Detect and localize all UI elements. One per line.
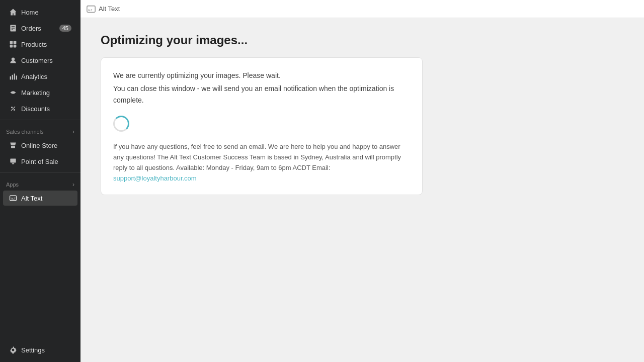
sidebar-item-pos-label: Point of Sale [21,158,71,165]
svg-rect-12 [16,75,17,79]
sidebar-spacer [0,206,80,342]
sidebar: Home Orders 45 Products Customers Analyt… [0,0,80,362]
svg-rect-10 [12,75,13,80]
sidebar-item-products-label: Products [21,41,71,48]
svg-rect-17 [10,158,16,162]
svg-rect-7 [14,45,17,48]
pos-icon [9,157,17,165]
svg-rect-16 [11,146,15,148]
svg-point-13 [11,107,13,108]
sidebar-item-online-store[interactable]: Online Store [3,138,77,153]
topbar: ALT Alt Text [80,0,644,18]
svg-rect-4 [10,41,13,44]
sidebar-item-orders-label: Orders [21,25,55,32]
sidebar-item-products[interactable]: Products [3,37,77,52]
svg-rect-5 [14,41,17,44]
svg-rect-9 [10,76,11,79]
svg-rect-11 [14,73,15,79]
support-email-link[interactable]: support@loyaltyharbour.com [113,174,197,182]
customers-icon [9,56,17,64]
sidebar-item-point-of-sale[interactable]: Point of Sale [3,154,77,169]
footer-text: If you have any questions, feel free to … [113,142,410,173]
orders-badge: 45 [59,25,71,32]
sidebar-item-marketing-label: Marketing [21,89,71,97]
sales-channels-chevron: › [72,128,74,135]
sidebar-item-alt-text[interactable]: ALT Alt Text [3,191,77,206]
sidebar-item-alt-text-label: Alt Text [21,195,71,202]
divider-1 [0,120,80,120]
apps-chevron: › [72,181,74,188]
spinner-container [113,116,410,132]
sidebar-item-marketing[interactable]: Marketing [3,85,77,100]
sidebar-item-orders[interactable]: Orders 45 [3,21,77,36]
topbar-title: Alt Text [99,5,120,13]
sales-channels-label: Sales channels [6,129,44,135]
analytics-icon [9,72,17,80]
apps-section: Apps › [0,176,80,190]
sidebar-item-home[interactable]: Home [3,5,77,20]
sidebar-item-discounts-label: Discounts [21,105,71,113]
loading-spinner [113,116,129,132]
divider-2 [0,172,80,173]
main-area: ALT Alt Text Optimizing your images... W… [80,0,644,362]
sidebar-item-home-label: Home [21,9,71,16]
content-area: Optimizing your images... We are current… [80,18,644,362]
status-line1: We are currently optimizing your images.… [113,70,410,81]
status-line2: You can close this window - we will send… [113,83,410,106]
alt-text-sidebar-icon: ALT [9,194,17,202]
orders-icon [9,24,17,32]
sidebar-item-discounts[interactable]: Discounts [3,101,77,116]
status-card: We are currently optimizing your images.… [101,57,423,195]
svg-point-14 [14,109,15,111]
sidebar-item-customers-label: Customers [21,57,71,64]
sidebar-item-online-store-label: Online Store [21,142,71,149]
svg-text:ALT: ALT [88,9,93,11]
page-title: Optimizing your images... [101,33,624,47]
sales-channels-section: Sales channels › [0,123,80,137]
home-icon [9,8,17,16]
sidebar-settings-label: Settings [21,346,71,354]
apps-label: Apps [6,182,19,188]
svg-text:ALT: ALT [11,198,16,200]
discounts-icon [9,105,17,113]
marketing-icon [9,88,17,97]
svg-rect-18 [12,163,15,164]
sidebar-item-analytics[interactable]: Analytics [3,69,77,84]
online-store-icon [9,141,17,149]
svg-point-8 [12,57,15,60]
topbar-app-icon: ALT [87,5,96,14]
settings-icon [9,346,17,354]
sidebar-item-analytics-label: Analytics [21,73,71,80]
sidebar-item-settings[interactable]: Settings [3,342,77,357]
svg-rect-6 [10,45,13,48]
sidebar-item-customers[interactable]: Customers [3,53,77,68]
products-icon [9,40,17,48]
